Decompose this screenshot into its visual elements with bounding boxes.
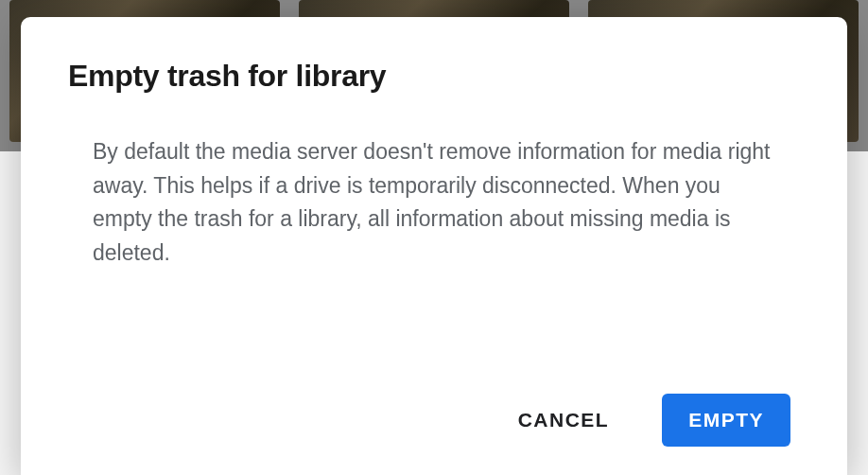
empty-button[interactable]: EMPTY [662, 394, 790, 447]
dialog-body-text: By default the media server doesn't remo… [68, 135, 800, 365]
cancel-button[interactable]: CANCEL [492, 394, 636, 447]
empty-trash-dialog: Empty trash for library By default the m… [21, 17, 847, 475]
dialog-actions: CANCEL EMPTY [68, 394, 800, 447]
dialog-title: Empty trash for library [68, 59, 800, 94]
